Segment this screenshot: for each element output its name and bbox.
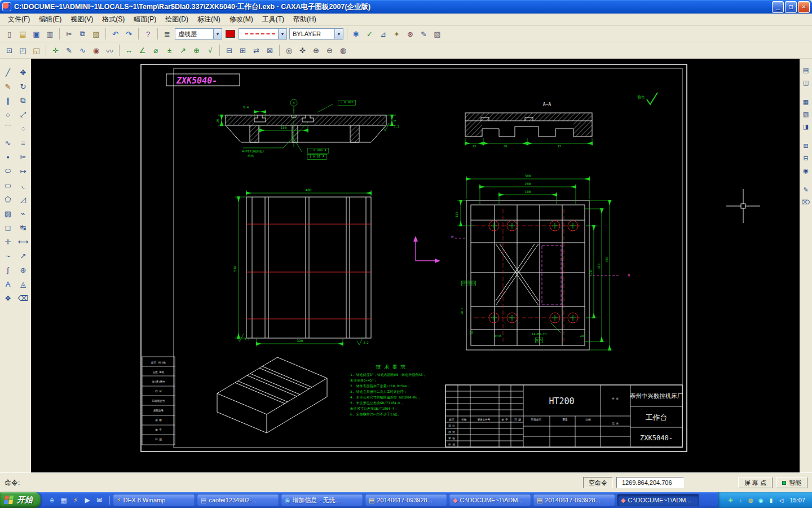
- menu-item-7[interactable]: 修改(M): [225, 14, 258, 25]
- break-icon[interactable]: ⌁: [16, 207, 30, 220]
- text-tool-icon[interactable]: ✎: [63, 44, 76, 57]
- linetype-preview-dropdown[interactable]: ▼: [239, 28, 287, 40]
- point-tool-icon[interactable]: ◉: [90, 44, 103, 57]
- tolerance-frame-icon[interactable]: ⊕: [16, 263, 30, 277]
- update-tray-icon[interactable]: ◍: [747, 496, 754, 504]
- linear-dim-icon[interactable]: ↔: [122, 44, 135, 57]
- ortho-mode-icon[interactable]: ✱: [350, 28, 363, 41]
- wave-line-icon[interactable]: ~: [1, 249, 15, 262]
- spline-icon[interactable]: ∿: [1, 136, 15, 150]
- close-button[interactable]: ✕: [798, 1, 810, 13]
- start-button[interactable]: 开始: [0, 492, 41, 508]
- diameter-dim-icon[interactable]: ⌀: [149, 44, 162, 57]
- trim-tool-icon[interactable]: ⊟: [223, 44, 236, 57]
- taskbar-button[interactable]: ▤20140617-093928...: [365, 494, 447, 506]
- zoom-out-icon[interactable]: ⊖: [323, 44, 336, 57]
- current-color-swatch[interactable]: [226, 30, 235, 38]
- print-icon[interactable]: ▥: [43, 28, 56, 41]
- edit-panel-icon[interactable]: ✎: [800, 184, 811, 195]
- polyline-icon[interactable]: 〰: [103, 44, 116, 57]
- array-tool-icon[interactable]: ⊠: [263, 44, 276, 57]
- offset-icon[interactable]: ≡: [16, 136, 30, 150]
- polar-track-icon[interactable]: ⊿: [377, 28, 390, 41]
- taskbar-button[interactable]: ◆C:\DOCUME~1\ADM...: [449, 494, 531, 506]
- minimize-button[interactable]: _: [772, 1, 784, 13]
- point-icon[interactable]: ▪: [1, 150, 15, 164]
- array-icon[interactable]: ⁘: [16, 122, 30, 135]
- library-panel-icon[interactable]: ◫: [800, 77, 811, 88]
- menu-item-9[interactable]: 帮助(H): [289, 14, 321, 25]
- hatch-icon[interactable]: ▨: [1, 207, 15, 220]
- chamfer-icon[interactable]: ◿: [16, 192, 30, 206]
- save-icon[interactable]: ▣: [30, 28, 43, 41]
- mirror-icon[interactable]: ⧉: [16, 94, 30, 107]
- ellipse-icon[interactable]: ⬭: [1, 164, 15, 178]
- ole-panel-icon[interactable]: ⊟: [800, 152, 811, 164]
- layer-manager-icon[interactable]: ≣: [161, 28, 174, 41]
- object-snap-icon[interactable]: ✓: [363, 28, 376, 41]
- leader-dim-icon[interactable]: ↗: [176, 44, 189, 57]
- menu-item-4[interactable]: 幅面(P): [129, 14, 161, 25]
- network-tray-icon[interactable]: ▮: [767, 496, 775, 504]
- drawing-canvas[interactable]: ZXK5040-1568.42054-M12(铸胚孔)均布▱ 0.006 A∥ …: [31, 59, 800, 472]
- new-file-icon[interactable]: ▯: [3, 28, 16, 41]
- parallel-line-icon[interactable]: ∥: [1, 94, 15, 107]
- roughness-dim-icon[interactable]: √: [204, 44, 217, 57]
- scale-icon[interactable]: ⤢: [16, 108, 30, 121]
- cut-icon[interactable]: ✂: [63, 28, 76, 41]
- copy-icon[interactable]: ⧉: [76, 28, 89, 41]
- stretch-icon[interactable]: ↹: [16, 221, 30, 234]
- menu-item-3[interactable]: 格式(S): [98, 14, 129, 25]
- paste-icon[interactable]: ▨: [90, 28, 103, 41]
- menu-item-0[interactable]: 文件(F): [3, 14, 34, 25]
- taskbar-button[interactable]: ◉增加信息 - 无忧...: [281, 494, 363, 506]
- zoom-pan-icon[interactable]: ✜: [296, 44, 309, 57]
- antivirus-tray-icon[interactable]: ✚: [726, 496, 734, 504]
- menu-item-8[interactable]: 工具(T): [258, 14, 289, 25]
- fillet-icon[interactable]: ◟: [16, 178, 30, 192]
- move-icon[interactable]: ✥: [16, 65, 30, 79]
- taskbar-button[interactable]: ▤20140617-093928...: [533, 494, 615, 506]
- messenger-tray-icon[interactable]: ◉: [757, 496, 765, 504]
- dimension-icon[interactable]: ⟷: [16, 235, 30, 248]
- centerline-icon[interactable]: ✛: [49, 44, 62, 57]
- pencil-icon[interactable]: ✎: [1, 80, 15, 93]
- leader-icon[interactable]: ↗: [16, 249, 30, 262]
- datum-dim-icon[interactable]: ⊕: [190, 44, 203, 57]
- taskbar-button[interactable]: ◆C:\DOCUME~1\ADM...: [617, 494, 699, 506]
- menu-item-1[interactable]: 编辑(E): [34, 14, 66, 25]
- calc-panel-icon[interactable]: ⊞: [800, 140, 811, 151]
- mirror-tool-icon[interactable]: ⇄: [250, 44, 263, 57]
- view-panel-icon[interactable]: ◉: [800, 165, 811, 176]
- dynamic-input-icon[interactable]: ✦: [390, 28, 403, 41]
- formula-icon[interactable]: ∫: [1, 263, 15, 277]
- screen-point-toggle[interactable]: 屏 幕 点: [738, 477, 773, 488]
- layer-panel-icon[interactable]: ▦: [800, 96, 811, 107]
- palette-icon[interactable]: ▧: [431, 28, 444, 41]
- show-desktop-icon[interactable]: ▦: [59, 496, 68, 505]
- volume-tray-icon[interactable]: ◁: [777, 496, 785, 504]
- trim-icon[interactable]: ✂: [16, 150, 30, 164]
- rotate-icon[interactable]: ↻: [16, 80, 30, 93]
- smart-snap-toggle[interactable]: 智能: [776, 477, 807, 488]
- chevron-down-icon[interactable]: ▼: [213, 29, 222, 39]
- properties-panel-icon[interactable]: ▤: [800, 64, 811, 76]
- command-prompt-label[interactable]: 命令:: [5, 478, 20, 488]
- edit-mode-icon[interactable]: ✎: [417, 28, 430, 41]
- chevron-down-icon[interactable]: ▼: [278, 29, 286, 39]
- menu-item-6[interactable]: 标注(N): [193, 14, 225, 25]
- chevron-down-icon[interactable]: ▼: [334, 29, 343, 39]
- menu-item-5[interactable]: 绘图(D): [161, 14, 193, 25]
- linetype-dropdown[interactable]: BYLAYER ▼: [289, 28, 343, 40]
- circle-icon[interactable]: ○: [1, 108, 15, 121]
- block-icon[interactable]: ❖: [1, 291, 15, 305]
- style-panel-icon[interactable]: ▧: [800, 108, 811, 120]
- menu-item-2[interactable]: 视图(V): [66, 14, 98, 25]
- angle-dim-icon[interactable]: ∠: [136, 44, 149, 57]
- layer-dropdown[interactable]: 虚线层 ▼: [175, 28, 222, 40]
- download-tray-icon[interactable]: ↓: [736, 496, 744, 504]
- ie-icon[interactable]: e: [47, 496, 56, 505]
- drawing-area[interactable]: ZXK5040-1568.42054-M12(铸胚孔)均布▱ 0.006 A∥ …: [31, 59, 800, 472]
- text-style-icon[interactable]: ◱: [30, 44, 43, 57]
- zoom-in-icon[interactable]: ⊕: [310, 44, 323, 57]
